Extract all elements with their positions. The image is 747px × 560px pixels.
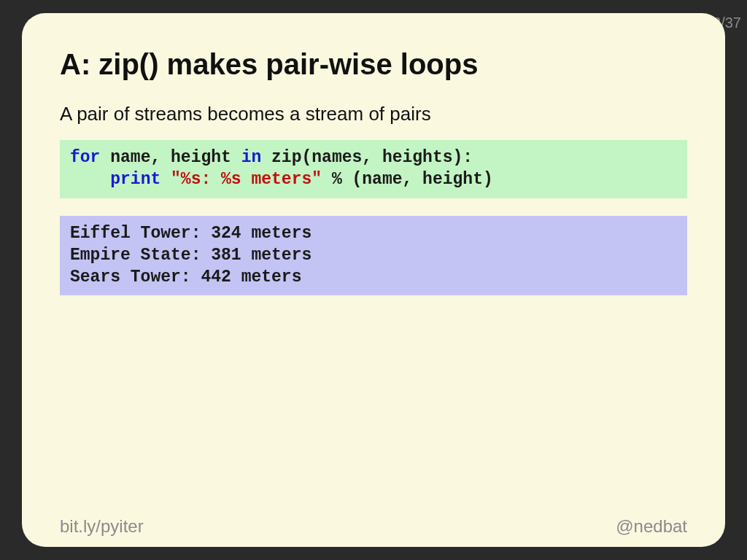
code-text [160,170,171,189]
code-keyword: for [70,148,100,167]
output-block: Eiffel Tower: 324 meters Empire State: 3… [60,216,687,296]
footer-link: bit.ly/pyiter [60,516,144,537]
code-text: name, height [100,148,241,167]
slide: A: zip() makes pair-wise loops A pair of… [22,13,725,547]
slide-footer: bit.ly/pyiter @nedbat [60,516,687,537]
code-keyword: print [110,170,160,189]
code-string: "%s: %s meters" [171,170,322,189]
code-text: zip(names, heights): [261,148,473,167]
slide-subtitle: A pair of streams becomes a stream of pa… [60,103,687,125]
slide-title: A: zip() makes pair-wise loops [60,48,687,81]
code-block: for name, height in zip(names, heights):… [60,140,687,198]
code-keyword: in [241,148,262,167]
code-indent [70,170,110,189]
footer-handle: @nedbat [616,516,687,537]
code-text: % (name, height) [322,170,493,189]
